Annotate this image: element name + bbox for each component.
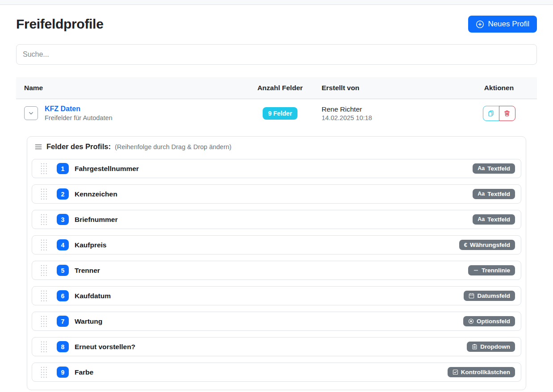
search-bar: [16, 44, 537, 65]
panel-title: Felder des Profils:: [46, 142, 111, 151]
new-profile-button-label: Neues Profil: [488, 20, 529, 29]
field-type-badge: € Währungsfeld: [459, 240, 515, 250]
field-number-badge: 6: [57, 290, 69, 301]
field-number-badge: 9: [57, 367, 69, 378]
profile-fields-panel: Felder des Profils: (Reihenfolge durch D…: [27, 136, 526, 390]
column-header-actions: Aktionen: [461, 77, 537, 99]
panel-header: Felder des Profils: (Reihenfolge durch D…: [31, 142, 522, 153]
field-type-label: Währungsfeld: [470, 242, 510, 248]
delete-profile-button[interactable]: [499, 106, 515, 121]
drag-handle-icon[interactable]: [40, 366, 47, 378]
profile-name-block: KFZ Daten Freifelder für Autodaten: [45, 105, 113, 121]
field-row[interactable]: 9 Farbe Kontrollkästchen: [32, 363, 521, 382]
field-type-label: Datumsfeld: [477, 293, 510, 299]
fields-count-cell: 9 Felder: [247, 107, 314, 120]
field-row[interactable]: 3 Briefnummer Aa Textfeld: [32, 210, 521, 229]
drag-handle-icon[interactable]: [40, 341, 47, 353]
dash-icon: [473, 267, 479, 273]
chevron-down-icon: [28, 110, 34, 117]
column-header-fields: Anzahl Felder: [247, 77, 314, 99]
field-number-badge: 3: [57, 214, 69, 225]
top-navbar-edge: [0, 0, 553, 5]
copy-profile-button[interactable]: [483, 106, 499, 121]
trash-icon: [503, 110, 511, 117]
field-type-label: Kontrollkästchen: [461, 369, 510, 375]
table-row: KFZ Daten Freifelder für Autodaten 9 Fel…: [16, 99, 537, 127]
field-type-badge: Optionsfeld: [463, 316, 515, 327]
drag-handle-icon[interactable]: [40, 290, 47, 302]
creator-name: Rene Richter: [322, 105, 453, 113]
field-name: Farbe: [75, 368, 93, 376]
field-row[interactable]: 2 Kennzeichen Aa Textfeld: [32, 184, 521, 204]
field-row[interactable]: 7 Wartung Optionsfeld: [32, 312, 521, 331]
plus-circle-icon: [476, 20, 484, 29]
drag-handle-icon[interactable]: [40, 264, 47, 276]
calendar-icon: [469, 293, 474, 299]
field-number-badge: 8: [57, 341, 69, 352]
drag-handle-icon[interactable]: [40, 315, 47, 327]
column-header-created-by: Erstellt von: [314, 77, 461, 99]
panel-hint: (Reihenfolge durch Drag & Drop ändern): [115, 143, 231, 150]
field-row[interactable]: 1 Fahrgestellnummer Aa Textfeld: [32, 159, 521, 178]
drag-handle-icon[interactable]: [40, 213, 47, 225]
list-icon: [34, 143, 42, 151]
field-name: Erneut vorstellen?: [75, 343, 135, 351]
field-name: Kennzeichen: [75, 190, 117, 198]
field-type-badge: Aa Textfeld: [473, 163, 515, 174]
field-name: Wartung: [75, 317, 102, 325]
fields-count-badge: 9 Felder: [263, 107, 297, 120]
check-square-icon: [452, 369, 458, 375]
record-circle-icon: [468, 318, 474, 324]
created-date: 14.02.2025 10:18: [322, 114, 453, 121]
field-number-badge: 7: [57, 316, 69, 327]
field-name: Fahrgestellnummer: [75, 165, 139, 173]
field-name: Briefnummer: [75, 216, 117, 224]
field-number-badge: 4: [57, 239, 69, 250]
page-title: Freifeldprofile: [16, 17, 104, 32]
field-type-badge: Dropdown: [467, 342, 515, 352]
actions-button-group: [483, 106, 515, 121]
new-profile-button[interactable]: Neues Profil: [468, 16, 537, 33]
actions-cell: [461, 106, 537, 121]
text-icon: Aa: [478, 217, 485, 222]
page-header: Freifeldprofile Neues Profil: [16, 16, 537, 33]
page-container: Freifeldprofile Neues Profil Name Anzahl…: [0, 5, 553, 392]
field-row[interactable]: 4 Kaufpreis € Währungsfeld: [32, 235, 521, 254]
field-type-label: Trennlinie: [482, 267, 510, 274]
profiles-table: Name Anzahl Felder Erstellt von Aktionen…: [16, 77, 537, 127]
field-number-badge: 2: [57, 188, 69, 200]
text-icon: Aa: [478, 191, 485, 197]
field-row[interactable]: 6 Kaufdatum Datumsfeld: [32, 286, 521, 305]
clipboard-icon: [472, 344, 478, 350]
text-icon: Aa: [478, 166, 485, 171]
field-name: Kaufpreis: [75, 241, 107, 249]
field-type-label: Dropdown: [480, 344, 510, 350]
field-type-badge: Trennlinie: [468, 265, 515, 276]
profile-description: Freifelder für Autodaten: [45, 114, 113, 121]
field-type-badge: Datumsfeld: [464, 291, 515, 301]
profile-name-cell: KFZ Daten Freifelder für Autodaten: [16, 105, 247, 121]
field-type-badge: Kontrollkästchen: [448, 367, 515, 378]
expand-profile-button[interactable]: [24, 106, 38, 120]
created-by-cell: Rene Richter 14.02.2025 10:18: [314, 105, 461, 121]
field-type-badge: Aa Textfeld: [473, 189, 515, 200]
column-header-name: Name: [16, 77, 247, 99]
field-type-label: Textfeld: [487, 166, 510, 172]
profile-name-link[interactable]: KFZ Daten: [45, 105, 113, 113]
euro-icon: €: [464, 242, 467, 248]
drag-handle-icon[interactable]: [40, 239, 47, 251]
field-type-badge: Aa Textfeld: [473, 214, 515, 225]
field-row[interactable]: 5 Trenner Trennlinie: [32, 261, 521, 280]
field-number-badge: 5: [57, 265, 69, 276]
field-type-label: Optionsfeld: [477, 318, 510, 325]
table-header: Name Anzahl Felder Erstellt von Aktionen: [16, 77, 537, 99]
search-input[interactable]: [16, 44, 537, 65]
drag-handle-icon[interactable]: [40, 188, 47, 200]
field-row[interactable]: 8 Erneut vorstellen? Dropdown: [32, 337, 521, 356]
copy-icon: [487, 110, 494, 117]
drag-handle-icon[interactable]: [40, 163, 47, 175]
field-type-label: Textfeld: [487, 191, 510, 197]
field-name: Kaufdatum: [75, 292, 111, 300]
field-type-label: Textfeld: [487, 217, 510, 223]
field-list: 1 Fahrgestellnummer Aa Textfeld 2 Kennze…: [31, 159, 522, 382]
